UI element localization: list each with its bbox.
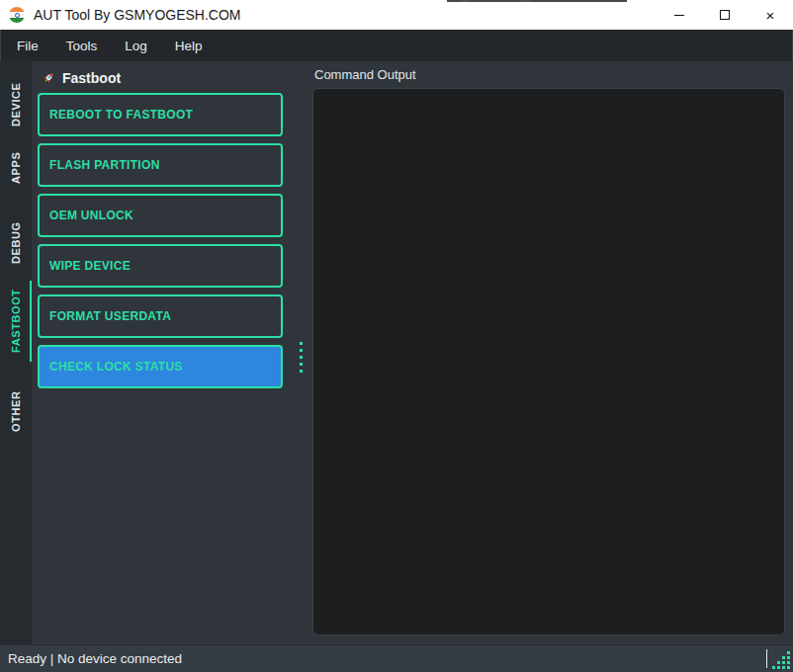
sidebar-tab-label: FASTBOOT (10, 290, 22, 354)
panel-splitter-handle[interactable] (300, 342, 303, 373)
output-panel: Command Output (307, 61, 793, 644)
reboot-to-fastboot-button[interactable]: REBOOT TO FASTBOOT (38, 93, 283, 136)
titlebar: AUT Tool By GSMYOGESH.COM × (0, 0, 793, 30)
window-controls: × (657, 0, 793, 30)
statusbar: Ready | No device connected (0, 644, 793, 672)
minimize-button[interactable] (657, 0, 702, 30)
app-logo-icon (9, 7, 25, 23)
maximize-icon (720, 10, 730, 20)
sidebar-tabstrip: DEVICE APPS DEBUG FASTBOOT OTHER (0, 61, 32, 644)
fastboot-panel-header: Fastboot (38, 67, 307, 93)
panel-title: Fastboot (62, 70, 121, 86)
sidebar-tab-fastboot[interactable]: FASTBOOT (0, 281, 32, 362)
check-lock-status-button[interactable]: CHECK LOCK STATUS (38, 345, 283, 388)
oem-unlock-button[interactable]: OEM UNLOCK (38, 194, 283, 237)
app-window: AUT Tool By GSMYOGESH.COM × File Tools L… (0, 0, 793, 672)
status-text: Ready | No device connected (8, 651, 182, 666)
wipe-device-button[interactable]: WIPE DEVICE (38, 244, 283, 288)
maximize-button[interactable] (702, 0, 748, 30)
resize-grip-icon[interactable] (771, 650, 791, 670)
command-output-label: Command Output (312, 66, 785, 88)
format-userdata-button[interactable]: FORMAT USERDATA (38, 294, 283, 338)
splitter-dot (300, 342, 303, 345)
menu-file[interactable]: File (3, 30, 52, 61)
command-output-console (312, 88, 785, 635)
menu-tools[interactable]: Tools (52, 30, 112, 61)
sidebar-tab-other[interactable]: OTHER (0, 385, 32, 437)
active-tab-indicator (30, 281, 32, 362)
sidebar-tab-device[interactable]: DEVICE (0, 79, 32, 130)
menu-help[interactable]: Help (161, 30, 217, 61)
sidebar-tab-debug[interactable]: DEBUG (0, 217, 32, 269)
statusbar-separator (766, 649, 767, 668)
sidebar-tab-label: APPS (10, 152, 22, 184)
splitter-dot (300, 349, 303, 352)
menubar: File Tools Log Help (0, 30, 793, 61)
chakra-icon (15, 13, 20, 18)
main-area: DEVICE APPS DEBUG FASTBOOT OTHER (0, 61, 793, 644)
sidebar-tab-label: DEVICE (10, 83, 22, 127)
window-title: AUT Tool By GSMYOGESH.COM (34, 7, 241, 23)
close-button[interactable]: × (748, 0, 793, 30)
splitter-dot (300, 363, 303, 366)
minimize-icon (674, 15, 684, 16)
flash-partition-button[interactable]: FLASH PARTITION (38, 143, 283, 187)
rocket-icon (41, 71, 55, 86)
menu-log[interactable]: Log (111, 30, 161, 61)
background-window-artifact (447, 0, 627, 2)
splitter-dot (300, 370, 303, 373)
fastboot-panel: Fastboot REBOOT TO FASTBOOT FLASH PARTIT… (32, 61, 307, 644)
splitter-dot (300, 356, 303, 359)
sidebar-tab-label: OTHER (10, 390, 22, 432)
close-icon: × (766, 8, 775, 23)
sidebar-tab-label: DEBUG (10, 222, 22, 265)
sidebar-tab-apps[interactable]: APPS (0, 146, 32, 190)
